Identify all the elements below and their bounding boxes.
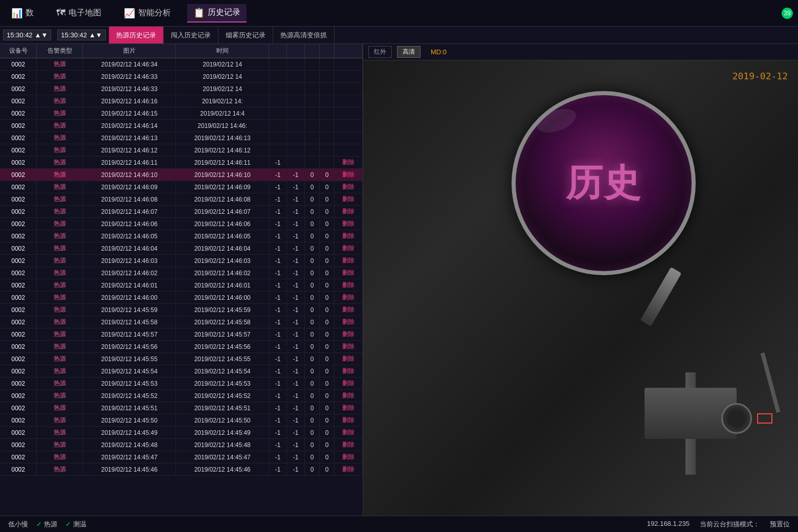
table-row[interactable]: 0002热源2019/02/12 14:46:162019/02/12 14: bbox=[0, 95, 363, 107]
data-cell: 2019/02/12 14:46:03 bbox=[83, 255, 176, 267]
table-row[interactable]: 0002热源2019/02/12 14:45:532019/02/12 14:4… bbox=[0, 378, 363, 390]
table-row[interactable]: 0002热源2019/02/12 14:46:142019/02/12 14:4… bbox=[0, 120, 363, 132]
data-cell: -1 bbox=[287, 341, 305, 353]
table-row[interactable]: 0002热源2019/02/12 14:46:122019/02/12 14:4… bbox=[0, 144, 363, 157]
table-row[interactable]: 0002热源2019/02/12 14:46:332019/02/12 14 bbox=[0, 71, 363, 83]
data-cell: 2019/02/12 14:45:52 bbox=[176, 390, 269, 402]
delete-cell[interactable]: 删除 bbox=[335, 292, 363, 304]
data-cell bbox=[305, 71, 320, 83]
delete-cell[interactable]: 删除 bbox=[335, 328, 363, 341]
time-end-selector[interactable]: 15:30:42 ▲▼ bbox=[57, 30, 105, 40]
table-row[interactable]: 0002热源2019/02/12 14:46:102019/02/12 14:4… bbox=[0, 169, 363, 181]
delete-cell[interactable]: 删除 bbox=[335, 206, 363, 218]
data-cell: 0002 bbox=[0, 402, 37, 414]
table-row[interactable]: 0002热源2019/02/12 14:46:342019/02/12 14 bbox=[0, 58, 363, 71]
delete-cell[interactable]: 删除 bbox=[335, 463, 363, 476]
data-cell: 0002 bbox=[0, 157, 37, 169]
delete-cell[interactable]: 删除 bbox=[335, 439, 363, 451]
table-row[interactable]: 0002热源2019/02/12 14:45:462019/02/12 14:4… bbox=[0, 463, 363, 476]
table-row[interactable]: 0002热源2019/02/12 14:45:512019/02/12 14:4… bbox=[0, 402, 363, 414]
delete-cell[interactable]: 删除 bbox=[335, 304, 363, 316]
table-row[interactable]: 0002热源2019/02/12 14:45:482019/02/12 14:4… bbox=[0, 439, 363, 451]
data-cell: 0002 bbox=[0, 255, 37, 267]
table-row[interactable]: 0002热源2019/02/12 14:45:542019/02/12 14:4… bbox=[0, 365, 363, 378]
table-row[interactable]: 0002热源2019/02/12 14:46:052019/02/12 14:4… bbox=[0, 230, 363, 242]
table-row[interactable]: 0002热源2019/02/12 14:46:062019/02/12 14:4… bbox=[0, 218, 363, 230]
table-row[interactable]: 0002热源2019/02/12 14:46:152019/02/12 14:4 bbox=[0, 107, 363, 120]
view-controls: 红外 高清 MD:0 bbox=[363, 44, 798, 60]
hd-view-btn[interactable]: 高清 bbox=[397, 46, 420, 58]
delete-cell[interactable]: 删除 bbox=[335, 402, 363, 414]
time-start-selector[interactable]: 15:30:42 ▲▼ bbox=[3, 30, 51, 40]
table-row[interactable]: 0002热源2019/02/12 14:45:502019/02/12 14:4… bbox=[0, 414, 363, 427]
data-cell bbox=[287, 83, 305, 95]
table-row[interactable]: 0002热源2019/02/12 14:45:582019/02/12 14:4… bbox=[0, 316, 363, 328]
table-row[interactable]: 0002热源2019/02/12 14:46:332019/02/12 14 bbox=[0, 83, 363, 95]
delete-cell[interactable]: 删除 bbox=[335, 316, 363, 328]
table-row[interactable]: 0002热源2019/02/12 14:45:522019/02/12 14:4… bbox=[0, 390, 363, 402]
delete-cell[interactable]: 删除 bbox=[335, 218, 363, 230]
delete-cell[interactable]: 删除 bbox=[335, 427, 363, 439]
delete-cell[interactable]: 删除 bbox=[335, 353, 363, 365]
data-cell: 0 bbox=[320, 292, 335, 304]
data-cell: -1 bbox=[269, 390, 287, 402]
data-cell: -1 bbox=[287, 439, 305, 451]
data-cell: -1 bbox=[269, 255, 287, 267]
table-row[interactable]: 0002热源2019/02/12 14:46:112019/02/12 14:4… bbox=[0, 157, 363, 169]
tab-hd-zoom-history[interactable]: 热源高清变倍抓 bbox=[273, 27, 335, 43]
tab-intrusion-history[interactable]: 闯入历史记录 bbox=[164, 27, 218, 43]
data-cell: 0 bbox=[320, 451, 335, 463]
table-row[interactable]: 0002热源2019/02/12 14:46:032019/02/12 14:4… bbox=[0, 255, 363, 267]
table-row[interactable]: 0002热源2019/02/12 14:46:022019/02/12 14:4… bbox=[0, 267, 363, 279]
delete-cell[interactable]: 删除 bbox=[335, 169, 363, 181]
data-cell: -1 bbox=[287, 206, 305, 218]
analysis-icon: 📈 bbox=[124, 8, 135, 19]
table-row[interactable]: 0002热源2019/02/12 14:46:072019/02/12 14:4… bbox=[0, 206, 363, 218]
delete-cell[interactable]: 删除 bbox=[335, 414, 363, 427]
data-cell: 2019/02/12 14:45:55 bbox=[176, 353, 269, 365]
delete-cell[interactable]: 删除 bbox=[335, 181, 363, 193]
data-cell: -1 bbox=[287, 279, 305, 292]
table-row[interactable]: 0002热源2019/02/12 14:46:002019/02/12 14:4… bbox=[0, 292, 363, 304]
nav-item-analysis[interactable]: 📈 智能分析 bbox=[118, 5, 177, 22]
table-row[interactable]: 0002热源2019/02/12 14:45:572019/02/12 14:4… bbox=[0, 328, 363, 341]
data-cell bbox=[269, 144, 287, 157]
table-row[interactable]: 0002热源2019/02/12 14:45:562019/02/12 14:4… bbox=[0, 341, 363, 353]
data-cell bbox=[305, 58, 320, 71]
delete-cell[interactable]: 删除 bbox=[335, 157, 363, 169]
data-cell: -1 bbox=[287, 328, 305, 341]
delete-cell[interactable]: 删除 bbox=[335, 378, 363, 390]
table-row[interactable]: 0002热源2019/02/12 14:46:092019/02/12 14:4… bbox=[0, 181, 363, 193]
nav-item-map[interactable]: 🗺 电子地图 bbox=[50, 5, 107, 21]
table-row[interactable]: 0002热源2019/02/12 14:45:492019/02/12 14:4… bbox=[0, 427, 363, 439]
table-row[interactable]: 0002热源2019/02/12 14:45:592019/02/12 14:4… bbox=[0, 304, 363, 316]
nav-item-data[interactable]: 📊 数 bbox=[5, 5, 40, 22]
table-row[interactable]: 0002热源2019/02/12 14:46:082019/02/12 14:4… bbox=[0, 193, 363, 206]
tab-heat-source-history[interactable]: 热源历史记录 bbox=[109, 27, 164, 43]
table-row[interactable]: 0002热源2019/02/12 14:45:552019/02/12 14:4… bbox=[0, 353, 363, 365]
nav-item-history[interactable]: 📋 历史记录 bbox=[187, 4, 247, 23]
table-row[interactable]: 0002热源2019/02/12 14:45:472019/02/12 14:4… bbox=[0, 451, 363, 463]
delete-cell[interactable]: 删除 bbox=[335, 267, 363, 279]
data-cell bbox=[287, 132, 305, 144]
delete-cell[interactable]: 删除 bbox=[335, 230, 363, 242]
data-cell: 2019/02/12 14:45:57 bbox=[176, 328, 269, 341]
data-cell: 0 bbox=[320, 230, 335, 242]
delete-cell[interactable]: 删除 bbox=[335, 451, 363, 463]
table-row[interactable]: 0002热源2019/02/12 14:46:042019/02/12 14:4… bbox=[0, 242, 363, 255]
delete-cell[interactable]: 删除 bbox=[335, 279, 363, 292]
table-row[interactable]: 0002热源2019/02/12 14:46:012019/02/12 14:4… bbox=[0, 279, 363, 292]
data-table-container[interactable]: 设备号 告警类型 图片 时间 0002热源2019/02/12 14:46:34… bbox=[0, 44, 363, 516]
delete-cell[interactable]: 删除 bbox=[335, 390, 363, 402]
delete-cell[interactable]: 删除 bbox=[335, 341, 363, 353]
table-row[interactable]: 0002热源2019/02/12 14:46:132019/02/12 14:4… bbox=[0, 132, 363, 144]
delete-cell[interactable]: 删除 bbox=[335, 255, 363, 267]
delete-cell[interactable]: 删除 bbox=[335, 365, 363, 378]
data-cell: 2019/02/12 14 bbox=[176, 83, 269, 95]
infrared-view-btn[interactable]: 红外 bbox=[368, 46, 392, 58]
data-cell: -1 bbox=[269, 353, 287, 365]
delete-cell[interactable]: 删除 bbox=[335, 193, 363, 206]
delete-cell[interactable]: 删除 bbox=[335, 242, 363, 255]
tab-smoke-history[interactable]: 烟雾历史记录 bbox=[218, 27, 273, 43]
data-cell: 0002 bbox=[0, 267, 37, 279]
